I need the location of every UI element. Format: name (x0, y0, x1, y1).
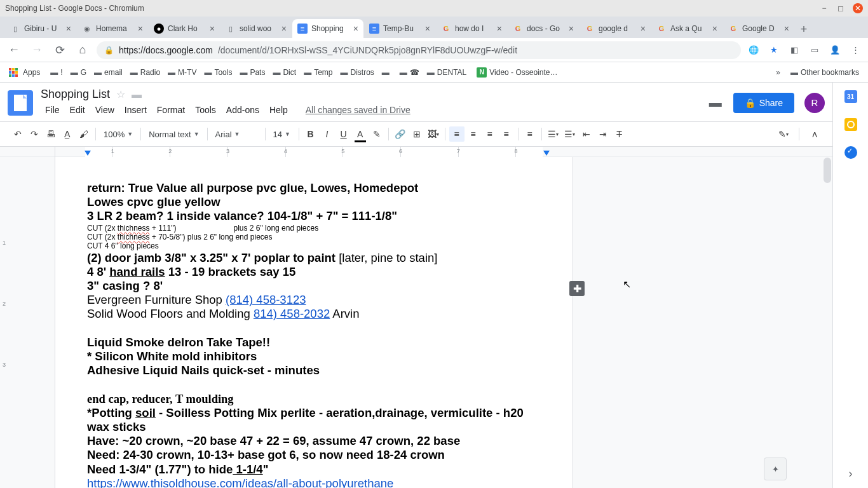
extension-icon-2[interactable]: ▭ (807, 43, 822, 58)
browser-tab-10[interactable]: GGoogle D× (723, 19, 794, 38)
browser-tab-6[interactable]: Ghow do I× (436, 19, 507, 38)
url-link[interactable]: https://www.thisoldhouse.com/ideas/all-a… (87, 477, 393, 488)
paint-format-button[interactable]: 🖌 (76, 126, 92, 142)
move-folder-icon[interactable]: ▬ (132, 89, 142, 100)
bookmark-item-6[interactable]: ▬Pats (236, 65, 269, 79)
close-window-button[interactable]: ✕ (853, 3, 863, 13)
keep-icon[interactable] (844, 118, 857, 131)
increase-indent-button[interactable]: ⇥ (595, 126, 611, 142)
highlight-button[interactable]: ✎ (369, 126, 384, 142)
phone-link-1[interactable]: (814) 458-3123 (226, 293, 306, 306)
document-title[interactable]: Shopping List (41, 88, 110, 101)
vertical-scrollbar[interactable] (824, 158, 831, 482)
horizontal-ruler[interactable]: 12345678 (0, 147, 832, 157)
print-button[interactable]: 🖶 (43, 126, 58, 142)
share-button[interactable]: 🔒 Share (733, 93, 794, 113)
comments-icon[interactable]: ▬ (708, 95, 723, 111)
bookmark-item-3[interactable]: ▬Radio (126, 65, 164, 79)
add-comment-button[interactable]: ✚ (569, 281, 585, 296)
redo-button[interactable]: ↷ (27, 126, 42, 142)
bookmark-star-icon[interactable]: ★ (766, 43, 782, 58)
browser-tab-1[interactable]: ◉Homema× (77, 19, 148, 38)
document-canvas[interactable]: 123 return: True Value all purpose pvc g… (0, 157, 832, 488)
left-indent-marker[interactable] (85, 151, 91, 156)
menu-add-ons[interactable]: Add-ons (222, 102, 264, 118)
scrollbar-thumb[interactable] (824, 158, 831, 183)
forward-button[interactable]: → (28, 41, 46, 59)
tab-close-icon[interactable]: × (138, 24, 143, 34)
tasks-icon[interactable] (844, 146, 857, 159)
minimize-button[interactable]: − (820, 4, 829, 13)
undo-button[interactable]: ↶ (10, 126, 25, 142)
bookmark-item-10[interactable]: ▬ (378, 65, 396, 79)
text-color-button[interactable]: A (353, 126, 368, 142)
other-bookmarks[interactable]: ▬Other bookmarks (787, 65, 863, 79)
star-document-icon[interactable]: ☆ (116, 88, 125, 100)
explore-button[interactable]: ✦ (764, 458, 787, 480)
tab-close-icon[interactable]: × (425, 24, 430, 34)
insert-link-button[interactable]: 🔗 (393, 126, 408, 142)
bookmark-item-8[interactable]: ▬Temp (300, 65, 336, 79)
new-tab-button[interactable]: + (795, 20, 813, 38)
bookmark-item-4[interactable]: ▬M-TV (164, 65, 200, 79)
translate-icon[interactable]: 🌐 (746, 43, 761, 58)
style-select[interactable]: Normal text▼ (145, 130, 203, 139)
insert-comment-button[interactable]: ⊞ (409, 126, 424, 142)
document-page[interactable]: return: True Value all purpose pvc glue,… (55, 157, 573, 488)
browser-tab-7[interactable]: Gdocs - Go× (508, 19, 579, 38)
menu-edit[interactable]: Edit (65, 102, 90, 118)
tab-close-icon[interactable]: × (641, 24, 646, 34)
bookmark-item-11[interactable]: ▬☎ (396, 65, 423, 79)
browser-tab-4[interactable]: ≡Shopping× (292, 19, 363, 38)
document-content[interactable]: return: True Value all purpose pvc glue,… (87, 181, 541, 488)
home-button[interactable]: ⌂ (74, 41, 92, 59)
url-input[interactable]: 🔒 https://docs.google.com/document/d/1OR… (97, 41, 741, 59)
insert-image-button[interactable]: 🖼▾ (426, 126, 441, 142)
align-center-button[interactable]: ≡ (466, 126, 481, 142)
menu-tools[interactable]: Tools (191, 102, 220, 118)
editing-mode-button[interactable]: ✎▾ (776, 126, 791, 142)
menu-help[interactable]: Help (265, 102, 292, 118)
bookmark-video[interactable]: NVideo - Osseointe… (473, 65, 561, 80)
decrease-indent-button[interactable]: ⇤ (579, 126, 594, 142)
tab-close-icon[interactable]: × (497, 24, 502, 34)
menu-insert[interactable]: Insert (120, 102, 151, 118)
right-indent-marker[interactable] (543, 151, 550, 156)
vertical-ruler[interactable]: 123 (0, 157, 10, 488)
menu-format[interactable]: Format (153, 102, 189, 118)
align-right-button[interactable]: ≡ (482, 126, 498, 142)
font-select[interactable]: Arial▼ (212, 130, 261, 139)
browser-tab-0[interactable]: ▯Gibiru - U× (5, 19, 76, 38)
align-justify-button[interactable]: ≡ (499, 126, 514, 142)
extension-icon-1[interactable]: ◧ (787, 43, 802, 58)
tab-close-icon[interactable]: × (712, 24, 717, 34)
back-button[interactable]: ← (5, 41, 23, 59)
hide-sidepanel-button[interactable]: › (849, 467, 853, 480)
browser-tab-2[interactable]: ●Clark Ho× (149, 19, 220, 38)
browser-tab-9[interactable]: GAsk a Qu× (651, 19, 722, 38)
bookmark-item-12[interactable]: ▬DENTAL (423, 65, 470, 79)
phone-link-2[interactable]: 814) 458-2032 (254, 307, 330, 320)
chrome-menu-icon[interactable]: ⋮ (848, 43, 863, 58)
tab-close-icon[interactable]: × (784, 24, 789, 34)
bookmark-item-9[interactable]: ▬Distros (336, 65, 377, 79)
underline-button[interactable]: U (336, 126, 351, 142)
browser-tab-3[interactable]: ▯solid woo× (220, 19, 292, 38)
tab-close-icon[interactable]: × (210, 24, 215, 34)
tab-close-icon[interactable]: × (353, 24, 358, 34)
collapse-toolbar-button[interactable]: ʌ (807, 126, 822, 142)
profile-icon[interactable]: 👤 (827, 43, 843, 58)
font-size-select[interactable]: 14▼ (269, 130, 295, 139)
tab-close-icon[interactable]: × (281, 24, 287, 34)
apps-button[interactable]: Apps (5, 65, 44, 79)
menu-view[interactable]: View (91, 102, 119, 118)
reload-button[interactable]: ⟳ (51, 41, 69, 59)
menu-file[interactable]: File (41, 102, 64, 118)
docs-logo-icon[interactable] (8, 90, 33, 116)
bold-button[interactable]: B (303, 126, 318, 142)
calendar-icon[interactable]: 31 (844, 90, 857, 103)
bulleted-list-button[interactable]: ☰▾ (562, 126, 578, 142)
bookmark-item-1[interactable]: ▬G (67, 65, 90, 79)
numbered-list-button[interactable]: ☰▾ (546, 126, 561, 142)
line-spacing-button[interactable]: ≡ (522, 126, 538, 142)
